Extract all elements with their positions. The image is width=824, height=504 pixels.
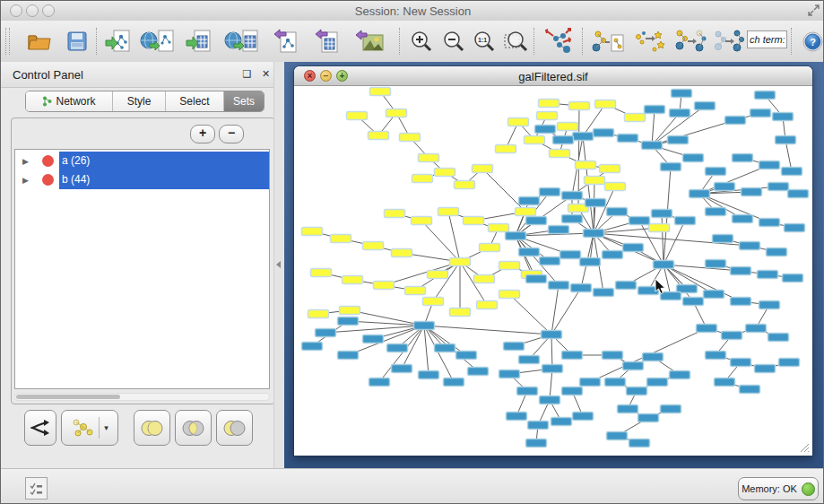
graph-node-blue[interactable] xyxy=(768,183,789,191)
float-panel-icon[interactable]: ❑ xyxy=(241,68,253,80)
graph-node-blue[interactable] xyxy=(731,267,751,275)
graph-node-yellow[interactable] xyxy=(508,118,529,126)
graph-node-yellow[interactable] xyxy=(550,150,570,158)
graph-node-blue[interactable] xyxy=(746,325,767,333)
zoom-in-icon[interactable] xyxy=(406,25,437,57)
graph-node-blue[interactable] xyxy=(542,331,562,339)
graph-node-yellow[interactable] xyxy=(605,183,626,191)
graph-edge[interactable] xyxy=(551,335,552,369)
graph-node-blue[interactable] xyxy=(387,344,408,352)
graph-node-blue[interactable] xyxy=(363,335,384,343)
graph-node-blue[interactable] xyxy=(444,378,464,387)
graph-node-yellow[interactable] xyxy=(392,249,412,257)
graph-edge[interactable] xyxy=(424,326,551,335)
graph-node-yellow[interactable] xyxy=(525,136,545,144)
fullscreen-icon[interactable] xyxy=(808,4,820,18)
graph-node-blue[interactable] xyxy=(706,260,726,268)
graph-node-blue[interactable] xyxy=(661,405,681,413)
graph-node-blue[interactable] xyxy=(419,371,439,379)
graph-node-blue[interactable] xyxy=(414,322,435,330)
graph-node-blue[interactable] xyxy=(623,362,644,370)
graph-node-blue[interactable] xyxy=(755,91,776,100)
graph-node-blue[interactable] xyxy=(697,325,717,333)
collapse-panel-icon[interactable] xyxy=(276,261,281,268)
graph-node-yellow[interactable] xyxy=(385,210,405,218)
save-session-icon[interactable] xyxy=(60,25,94,57)
graph-edge[interactable] xyxy=(551,288,581,335)
set-label[interactable]: a (26) xyxy=(59,152,269,170)
graph-node-yellow[interactable] xyxy=(473,165,493,173)
graph-node-blue[interactable] xyxy=(768,334,789,342)
graph-node-blue[interactable] xyxy=(755,365,776,373)
graph-node-yellow[interactable] xyxy=(489,224,509,232)
export-network-icon[interactable] xyxy=(270,25,304,57)
create-set-from-network-button[interactable]: ▾ xyxy=(61,410,118,446)
graph-node-yellow[interactable] xyxy=(450,308,471,317)
graph-node-blue[interactable] xyxy=(302,343,323,351)
graph-node-blue[interactable] xyxy=(783,274,803,282)
graph-node-yellow[interactable] xyxy=(455,181,475,189)
graph-node-blue[interactable] xyxy=(629,217,650,225)
graph-node-blue[interactable] xyxy=(706,208,726,216)
graph-node-blue[interactable] xyxy=(668,136,689,144)
graph-node-yellow[interactable] xyxy=(435,169,455,177)
resize-grip-icon[interactable] xyxy=(798,441,810,453)
graph-node-blue[interactable] xyxy=(562,387,583,395)
set-row-b[interactable]: ▶ b (44) xyxy=(15,170,269,189)
graph-node-yellow[interactable] xyxy=(569,102,590,110)
graph-node-yellow[interactable] xyxy=(374,282,395,290)
graph-node-blue[interactable] xyxy=(623,244,644,252)
graph-node-blue[interactable] xyxy=(627,387,647,395)
graph-node-blue[interactable] xyxy=(607,432,628,440)
graph-node-blue[interactable] xyxy=(616,282,637,290)
graph-node-blue[interactable] xyxy=(369,378,390,387)
graph-node-blue[interactable] xyxy=(740,242,760,250)
graph-node-blue[interactable] xyxy=(562,192,583,200)
graph-node-yellow[interactable] xyxy=(625,114,646,122)
graph-edge[interactable] xyxy=(652,120,735,145)
search-input[interactable] xyxy=(747,30,787,48)
graph-node-yellow[interactable] xyxy=(419,154,439,162)
graph-node-yellow[interactable] xyxy=(480,244,500,252)
graph-node-blue[interactable] xyxy=(549,226,569,234)
graph-node-blue[interactable] xyxy=(542,365,563,373)
graph-node-blue[interactable] xyxy=(506,232,526,240)
import-table-web-icon[interactable] xyxy=(221,25,261,57)
graph-node-blue[interactable] xyxy=(551,418,572,426)
graph-node-yellow[interactable] xyxy=(576,161,596,169)
apply-layout-icon[interactable] xyxy=(539,25,578,57)
graph-node-blue[interactable] xyxy=(725,117,746,125)
graph-edge[interactable] xyxy=(509,294,551,335)
graph-node-blue[interactable] xyxy=(647,378,668,387)
help-icon[interactable]: ? xyxy=(801,25,824,57)
graph-node-yellow[interactable] xyxy=(412,217,432,225)
select-nodes-icon[interactable] xyxy=(630,25,668,57)
graph-node-blue[interactable] xyxy=(683,298,704,306)
graph-node-blue[interactable] xyxy=(316,329,336,337)
graph-node-blue[interactable] xyxy=(715,378,735,387)
memory-status-button[interactable]: Memory: OK xyxy=(738,477,819,500)
graph-node-blue[interactable] xyxy=(690,190,710,198)
import-network-file-icon[interactable] xyxy=(101,25,135,57)
graph-node-blue[interactable] xyxy=(435,344,455,352)
expand-arrow-icon[interactable]: ▶ xyxy=(22,157,35,166)
tab-sets[interactable]: Sets xyxy=(224,91,264,111)
graph-node-blue[interactable] xyxy=(560,251,581,259)
graph-node-blue[interactable] xyxy=(594,289,614,297)
graph-node-blue[interactable] xyxy=(767,248,787,256)
graph-node-blue[interactable] xyxy=(654,261,674,269)
graph-node-yellow[interactable] xyxy=(302,228,323,236)
graph-node-blue[interactable] xyxy=(776,136,796,144)
graph-node-blue[interactable] xyxy=(580,258,601,266)
graph-node-blue[interactable] xyxy=(540,396,560,404)
graph-node-blue[interactable] xyxy=(519,197,540,205)
graph-node-yellow[interactable] xyxy=(308,310,329,318)
graph-node-blue[interactable] xyxy=(517,387,538,395)
graph-node-blue[interactable] xyxy=(645,106,665,114)
graph-node-blue[interactable] xyxy=(526,439,547,448)
graph-node-blue[interactable] xyxy=(782,168,802,176)
graph-node-blue[interactable] xyxy=(392,365,412,373)
split-sets-button[interactable] xyxy=(24,410,56,446)
set-label[interactable]: b (44) xyxy=(59,170,269,189)
import-network-web-icon[interactable] xyxy=(137,25,177,57)
